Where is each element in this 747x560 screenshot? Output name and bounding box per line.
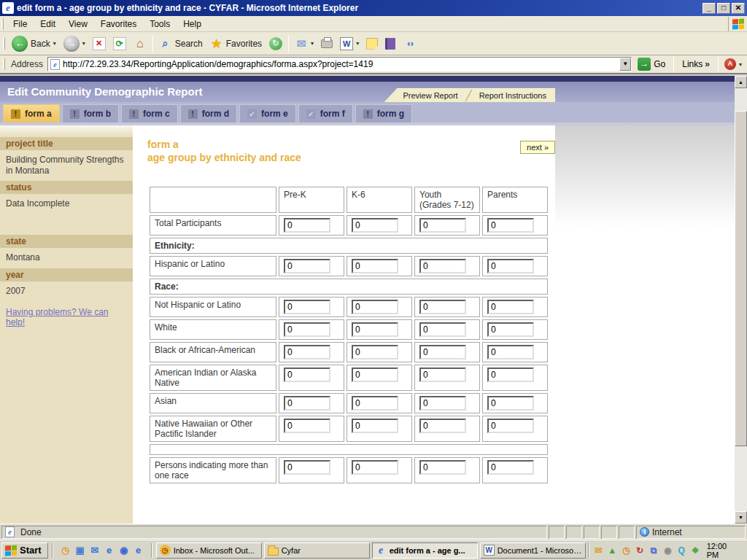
tab-form-f[interactable]: ✓form f	[298, 104, 353, 122]
menu-edit[interactable]: Edit	[34, 17, 62, 31]
count-input[interactable]	[487, 460, 534, 475]
ie-icon[interactable]: e	[133, 545, 144, 556]
messenger-button[interactable]	[399, 36, 419, 52]
acrobat-dropdown-icon[interactable]	[739, 61, 742, 68]
edit-with-word-button[interactable]	[336, 36, 363, 52]
menu-help[interactable]: Help	[177, 17, 208, 31]
back-dropdown-icon[interactable]	[53, 40, 56, 47]
network-tray-icon[interactable]: ⧉	[649, 545, 659, 556]
count-input[interactable]	[419, 300, 466, 314]
favorites-button[interactable]: Favorites	[206, 36, 266, 52]
count-input[interactable]	[352, 345, 398, 359]
show-desktop-icon[interactable]: ▣	[74, 545, 86, 556]
media-player-icon[interactable]: ◉	[118, 545, 130, 556]
acrobat-button[interactable]	[721, 57, 746, 71]
taskbar-button[interactable]: edit form a - age g...	[372, 542, 478, 559]
count-input[interactable]	[419, 259, 466, 273]
count-input[interactable]	[352, 396, 398, 411]
count-input[interactable]	[352, 460, 398, 475]
scroll-up-icon[interactable]	[735, 76, 747, 88]
antivirus-tray-icon[interactable]: ▲	[607, 545, 618, 556]
volume-tray-icon[interactable]: ◉	[662, 545, 673, 556]
count-input[interactable]	[352, 368, 398, 382]
count-input[interactable]	[352, 218, 398, 233]
scrollbar-thumb[interactable]	[735, 111, 747, 446]
mail-tray-icon[interactable]: ✉	[593, 545, 604, 556]
mail-button[interactable]	[291, 36, 317, 52]
preview-report-link[interactable]: Preview Report	[403, 91, 457, 100]
next-button[interactable]: next »	[520, 141, 555, 154]
sync-tray-icon[interactable]: ↻	[635, 545, 646, 556]
menu-tools[interactable]: Tools	[143, 17, 177, 31]
discuss-button[interactable]	[363, 36, 382, 51]
count-input[interactable]	[487, 396, 534, 411]
print-button[interactable]	[317, 38, 336, 50]
count-input[interactable]	[284, 218, 330, 233]
count-input[interactable]	[352, 322, 398, 337]
count-input[interactable]	[284, 396, 330, 411]
count-input[interactable]	[284, 460, 330, 475]
mail-dropdown-icon[interactable]	[311, 40, 314, 47]
forward-button[interactable]: →	[60, 34, 89, 53]
quicktime-tray-icon[interactable]: Q	[676, 545, 687, 556]
outlook-tray-icon[interactable]: ◷	[621, 545, 632, 556]
ie-page-icon[interactable]: e	[104, 545, 115, 556]
outlook-express-icon[interactable]: ✉	[89, 545, 101, 556]
menu-favorites[interactable]: Favorites	[94, 17, 143, 31]
refresh-button[interactable]	[109, 36, 130, 52]
history-button[interactable]	[266, 36, 286, 52]
start-button[interactable]: Start	[1, 542, 48, 559]
tab-form-g[interactable]: !form g	[355, 104, 412, 122]
count-input[interactable]	[487, 322, 534, 337]
research-button[interactable]	[382, 36, 399, 51]
taskbar-button[interactable]: Inbox - Microsoft Out...	[156, 542, 262, 559]
count-input[interactable]	[419, 368, 466, 382]
links-button[interactable]: Links	[676, 59, 716, 69]
count-input[interactable]	[419, 460, 466, 475]
count-input[interactable]	[487, 259, 534, 273]
menu-view[interactable]: View	[62, 17, 94, 31]
scroll-down-icon[interactable]	[735, 511, 747, 524]
count-input[interactable]	[284, 368, 330, 382]
count-input[interactable]	[352, 419, 398, 433]
count-input[interactable]	[419, 396, 466, 411]
tab-form-d[interactable]: !form d	[180, 104, 237, 122]
count-input[interactable]	[419, 322, 466, 337]
count-input[interactable]	[419, 218, 466, 233]
taskbar-button[interactable]: Cyfar	[264, 542, 370, 559]
edit-dropdown-icon[interactable]	[356, 40, 359, 47]
search-button[interactable]: Search	[155, 36, 206, 52]
count-input[interactable]	[352, 300, 398, 314]
address-field[interactable]: e	[47, 57, 632, 71]
report-instructions-link[interactable]: Report Instructions	[479, 91, 546, 100]
tab-form-e[interactable]: ✓form e	[239, 104, 296, 122]
stop-button[interactable]	[89, 36, 109, 52]
vertical-scrollbar[interactable]	[735, 76, 747, 524]
home-button[interactable]	[130, 36, 150, 52]
count-input[interactable]	[487, 419, 534, 433]
count-input[interactable]	[419, 419, 466, 433]
tab-form-c[interactable]: !form c	[121, 104, 178, 122]
tab-form-a[interactable]: !form a	[3, 104, 60, 122]
count-input[interactable]	[284, 259, 330, 273]
taskbar-button[interactable]: Document1 - Microsof...	[480, 542, 586, 559]
count-input[interactable]	[352, 259, 398, 273]
count-input[interactable]	[419, 345, 466, 359]
go-button[interactable]: Go	[635, 56, 671, 72]
count-input[interactable]	[487, 368, 534, 382]
tab-form-b[interactable]: !form b	[62, 104, 119, 122]
count-input[interactable]	[487, 345, 534, 359]
count-input[interactable]	[284, 345, 330, 359]
menu-file[interactable]: File	[7, 17, 34, 31]
count-input[interactable]	[487, 300, 534, 314]
close-button[interactable]	[732, 3, 745, 14]
forward-dropdown-icon[interactable]	[82, 40, 85, 47]
display-tray-icon[interactable]: ❖	[690, 545, 701, 556]
count-input[interactable]	[284, 322, 330, 337]
back-button[interactable]: ← Back	[8, 34, 60, 53]
minimize-button[interactable]	[703, 3, 716, 14]
outlook-icon[interactable]: ◷	[60, 545, 71, 556]
count-input[interactable]	[284, 419, 330, 433]
count-input[interactable]	[487, 218, 534, 233]
maximize-button[interactable]	[717, 3, 730, 14]
